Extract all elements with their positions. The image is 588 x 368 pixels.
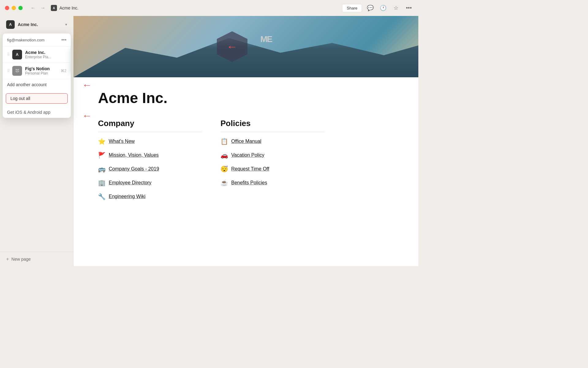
page-content-area: Acme Inc. Company ⭐ What's New 🚩 Mission… [74,77,349,216]
clipboard-icon: 📋 [221,138,228,145]
sidebar: A Acme Inc. ▾ SHARED PRIVATE 🎨 Templates… [0,16,74,266]
close-button[interactable] [5,6,9,10]
page-title: Acme Inc. [98,90,325,106]
hexagon-logo: ← [217,31,247,62]
acme-text-overlay: ME [260,34,272,44]
link-office-manual[interactable]: 📋 Office Manual [221,135,325,148]
workspace-name-label: Acme Inc. [18,22,38,27]
titlebar: ← → A Acme Inc. Share 💬 🕐 ☆ ••• [0,0,418,16]
back-button[interactable]: ← [29,4,37,12]
drag-handle-icon: ⠿ [7,52,10,57]
goals-text: Company Goals - 2019 [109,166,159,172]
policies-column: Policies 📋 Office Manual 🚗 Vacation Poli… [221,119,325,204]
log-out-all-button[interactable]: Log out all [6,93,68,104]
flag-icon: 🚩 [98,151,106,159]
plus-icon: + [6,256,9,262]
arrow-indicator-1: ← [82,79,92,91]
whats-new-text: What's New [109,139,135,144]
account-email: fig@makenotion.com [7,38,44,42]
drag-handle-icon-2: ⠿ [7,69,10,73]
account-dropdown: fig@makenotion.com ••• ⠿ A Acme Inc. Ent… [0,32,74,119]
office-manual-text: Office Manual [231,139,261,144]
new-page-button[interactable]: + New page [2,255,71,264]
acme-name: Acme Inc. [25,50,66,55]
workspace-chevron-icon: ▾ [65,22,67,27]
titlebar-workspace-icon: A [51,5,57,11]
acme-plan: Enterprise Pla... [25,55,66,59]
traffic-lights [5,6,23,10]
submenu-popup: + Join or create workspace ✕ Log out [70,47,71,73]
main-content: ← ME Acme Inc. Company ⭐ What's New 🚩 [74,16,418,266]
get-app-button[interactable]: Get iOS & Android app [3,107,71,118]
two-column-layout: Company ⭐ What's New 🚩 Mission, Vision, … [98,119,325,204]
app-body: A Acme Inc. ▾ SHARED PRIVATE 🎨 Templates… [0,16,418,266]
account-header: fig@makenotion.com ••• [3,33,71,47]
nav-arrows: ← → [29,4,47,12]
workspace-entry-container: ⠿ A Acme Inc. Enterprise Pla... + [3,47,71,63]
sleepy-icon: 😴 [221,165,228,173]
account-panel: fig@makenotion.com ••• ⠿ A Acme Inc. Ent… [2,33,71,118]
fullscreen-button[interactable] [18,6,23,10]
titlebar-title: Acme Inc. [59,6,78,10]
fig-plan: Personal Plan [25,71,61,75]
wrench-icon: 🔧 [98,193,106,200]
chat-icon[interactable]: 💬 [366,3,375,13]
minimize-button[interactable] [12,6,16,10]
titlebar-actions: Share 💬 🕐 ☆ ••• [342,3,413,13]
policies-heading: Policies [221,119,325,132]
workspace-switcher[interactable]: A Acme Inc. ▾ [2,18,71,31]
time-off-text: Request Time Off [231,166,269,172]
workspace-logo: A [6,20,15,29]
more-icon[interactable]: ••• [404,3,413,13]
history-icon[interactable]: 🕐 [379,3,388,13]
fig-name: Fig's Notion [25,66,61,71]
log-out-item[interactable]: ✕ Log out [70,60,71,73]
link-time-off[interactable]: 😴 Request Time Off [221,162,325,176]
acme-info: Acme Inc. Enterprise Pla... [25,50,66,59]
fig-workspace-entry[interactable]: ⠿ 🐺 Fig's Notion Personal Plan ⌘2 [3,63,71,79]
sidebar-bottom: + New page [0,252,73,266]
favorite-icon[interactable]: ☆ [391,3,401,13]
workspace-shortcut: ⌘2 [61,69,66,73]
link-whats-new[interactable]: ⭐ What's New [98,135,202,148]
engineering-text: Engineering Wiki [109,194,145,199]
page-cover: ← ME [74,16,418,77]
coffee-icon: ☕ [221,179,228,186]
page-logo-container: ← ME [217,31,247,62]
acme-logo: A [12,50,22,59]
new-page-label: New page [11,257,31,262]
bus-icon: 🚌 [98,165,106,173]
directory-text: Employee Directory [109,180,152,186]
company-column: Company ⭐ What's New 🚩 Mission, Vision, … [98,119,202,204]
link-engineering[interactable]: 🔧 Engineering Wiki [98,190,202,204]
link-goals[interactable]: 🚌 Company Goals - 2019 [98,162,202,176]
company-heading: Company [98,119,202,132]
star-icon: ⭐ [98,138,106,145]
fig-logo: 🐺 [12,66,22,76]
join-create-workspace-item[interactable]: + Join or create workspace [70,47,71,60]
benefits-text: Benefits Policies [231,180,267,186]
link-mission[interactable]: 🚩 Mission, Vision, Values [98,148,202,162]
vacation-text: Vacation Policy [231,152,264,158]
link-vacation[interactable]: 🚗 Vacation Policy [221,148,325,162]
acme-workspace-entry[interactable]: ⠿ A Acme Inc. Enterprise Pla... [3,47,71,63]
car-icon: 🚗 [221,151,228,159]
arrow-indicator-2: ← [82,110,92,121]
link-benefits[interactable]: ☕ Benefits Policies [221,176,325,190]
share-button[interactable]: Share [342,4,362,12]
forward-button[interactable]: → [39,4,47,12]
hex-arrow-icon: ← [227,40,238,53]
building-icon: 🏢 [98,179,106,186]
account-menu-icon[interactable]: ••• [61,37,66,43]
link-directory[interactable]: 🏢 Employee Directory [98,176,202,190]
fig-info: Fig's Notion Personal Plan [25,66,61,75]
mission-text: Mission, Vision, Values [109,152,159,158]
add-another-account-button[interactable]: Add another account [3,79,71,90]
